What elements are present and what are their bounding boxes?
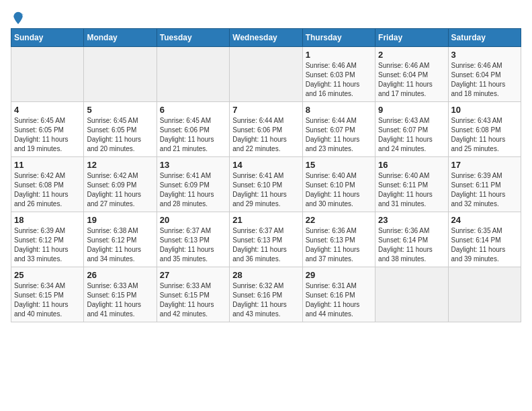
- day-info: Sunrise: 6:34 AMSunset: 6:15 PMDaylight:…: [14, 281, 81, 319]
- calendar-cell: [230, 47, 302, 102]
- calendar-cell: 14Sunrise: 6:41 AMSunset: 6:10 PMDayligh…: [230, 157, 302, 212]
- day-info: Sunrise: 6:45 AMSunset: 6:05 PMDaylight:…: [87, 116, 153, 154]
- calendar-cell: 20Sunrise: 6:37 AMSunset: 6:13 PMDayligh…: [157, 212, 229, 267]
- day-info: Sunrise: 6:45 AMSunset: 6:05 PMDaylight:…: [14, 116, 81, 154]
- day-info: Sunrise: 6:39 AMSunset: 6:12 PMDaylight:…: [14, 226, 81, 264]
- calendar-cell: [11, 47, 84, 102]
- logo: [11, 11, 26, 20]
- day-number: 20: [160, 215, 226, 225]
- day-info: Sunrise: 6:38 AMSunset: 6:12 PMDaylight:…: [87, 226, 153, 264]
- calendar-cell: 12Sunrise: 6:42 AMSunset: 6:09 PMDayligh…: [84, 157, 157, 212]
- day-number: 5: [87, 105, 153, 115]
- day-number: 16: [378, 160, 445, 170]
- day-number: 21: [232, 215, 299, 225]
- weekday-header-thursday: Thursday: [302, 29, 375, 47]
- calendar-header-row: SundayMondayTuesdayWednesdayThursdayFrid…: [11, 29, 521, 47]
- day-info: Sunrise: 6:35 AMSunset: 6:14 PMDaylight:…: [451, 226, 518, 264]
- day-number: 26: [87, 270, 153, 280]
- day-info: Sunrise: 6:39 AMSunset: 6:11 PMDaylight:…: [451, 171, 518, 209]
- calendar-cell: [84, 47, 157, 102]
- weekday-header-saturday: Saturday: [448, 29, 521, 47]
- day-number: 15: [306, 160, 372, 170]
- day-info: Sunrise: 6:44 AMSunset: 6:06 PMDaylight:…: [232, 116, 299, 154]
- day-number: 11: [14, 160, 81, 170]
- day-info: Sunrise: 6:46 AMSunset: 6:04 PMDaylight:…: [451, 61, 518, 99]
- calendar-week-5: 25Sunrise: 6:34 AMSunset: 6:15 PMDayligh…: [11, 267, 521, 322]
- day-info: Sunrise: 6:41 AMSunset: 6:10 PMDaylight:…: [232, 171, 299, 209]
- day-number: 13: [160, 160, 226, 170]
- day-info: Sunrise: 6:42 AMSunset: 6:09 PMDaylight:…: [87, 171, 153, 209]
- calendar-cell: 24Sunrise: 6:35 AMSunset: 6:14 PMDayligh…: [448, 212, 521, 267]
- day-number: 2: [378, 50, 445, 60]
- calendar-cell: 21Sunrise: 6:37 AMSunset: 6:13 PMDayligh…: [230, 212, 302, 267]
- day-info: Sunrise: 6:40 AMSunset: 6:10 PMDaylight:…: [306, 171, 372, 209]
- calendar-cell: 22Sunrise: 6:36 AMSunset: 6:13 PMDayligh…: [302, 212, 375, 267]
- calendar-cell: 10Sunrise: 6:43 AMSunset: 6:08 PMDayligh…: [448, 102, 521, 157]
- day-info: Sunrise: 6:46 AMSunset: 6:03 PMDaylight:…: [306, 61, 372, 99]
- calendar-cell: 29Sunrise: 6:31 AMSunset: 6:16 PMDayligh…: [302, 267, 375, 322]
- day-info: Sunrise: 6:43 AMSunset: 6:07 PMDaylight:…: [378, 116, 445, 154]
- day-info: Sunrise: 6:42 AMSunset: 6:08 PMDaylight:…: [14, 171, 81, 209]
- day-number: 10: [451, 105, 518, 115]
- day-number: 28: [232, 270, 299, 280]
- calendar-cell: 7Sunrise: 6:44 AMSunset: 6:06 PMDaylight…: [230, 102, 302, 157]
- calendar-cell: 23Sunrise: 6:36 AMSunset: 6:14 PMDayligh…: [375, 212, 448, 267]
- day-info: Sunrise: 6:33 AMSunset: 6:15 PMDaylight:…: [87, 281, 153, 319]
- day-number: 7: [232, 105, 299, 115]
- calendar-table: SundayMondayTuesdayWednesdayThursdayFrid…: [11, 28, 521, 322]
- day-number: 14: [232, 160, 299, 170]
- weekday-header-monday: Monday: [84, 29, 157, 47]
- day-number: 29: [306, 270, 372, 280]
- day-info: Sunrise: 6:37 AMSunset: 6:13 PMDaylight:…: [160, 226, 226, 264]
- calendar-week-4: 18Sunrise: 6:39 AMSunset: 6:12 PMDayligh…: [11, 212, 521, 267]
- day-number: 25: [14, 270, 81, 280]
- page-header: [11, 11, 521, 20]
- calendar-cell: [375, 267, 448, 322]
- day-number: 9: [378, 105, 445, 115]
- day-number: 19: [87, 215, 153, 225]
- calendar-week-2: 4Sunrise: 6:45 AMSunset: 6:05 PMDaylight…: [11, 102, 521, 157]
- calendar-cell: 6Sunrise: 6:45 AMSunset: 6:06 PMDaylight…: [157, 102, 229, 157]
- calendar-week-1: 1Sunrise: 6:46 AMSunset: 6:03 PMDaylight…: [11, 47, 521, 102]
- day-info: Sunrise: 6:41 AMSunset: 6:09 PMDaylight:…: [160, 171, 226, 209]
- calendar-cell: 27Sunrise: 6:33 AMSunset: 6:15 PMDayligh…: [157, 267, 229, 322]
- calendar-cell: 1Sunrise: 6:46 AMSunset: 6:03 PMDaylight…: [302, 47, 375, 102]
- day-info: Sunrise: 6:37 AMSunset: 6:13 PMDaylight:…: [232, 226, 299, 264]
- calendar-cell: 26Sunrise: 6:33 AMSunset: 6:15 PMDayligh…: [84, 267, 157, 322]
- day-number: 8: [306, 105, 372, 115]
- day-number: 24: [451, 215, 518, 225]
- calendar-cell: 2Sunrise: 6:46 AMSunset: 6:04 PMDaylight…: [375, 47, 448, 102]
- day-number: 18: [14, 215, 81, 225]
- calendar-cell: 13Sunrise: 6:41 AMSunset: 6:09 PMDayligh…: [157, 157, 229, 212]
- day-info: Sunrise: 6:33 AMSunset: 6:15 PMDaylight:…: [160, 281, 226, 319]
- day-number: 6: [160, 105, 226, 115]
- calendar-cell: 16Sunrise: 6:40 AMSunset: 6:11 PMDayligh…: [375, 157, 448, 212]
- day-info: Sunrise: 6:36 AMSunset: 6:13 PMDaylight:…: [306, 226, 372, 264]
- day-info: Sunrise: 6:36 AMSunset: 6:14 PMDaylight:…: [378, 226, 445, 264]
- day-info: Sunrise: 6:43 AMSunset: 6:08 PMDaylight:…: [451, 116, 518, 154]
- day-number: 3: [451, 50, 518, 60]
- calendar-cell: 9Sunrise: 6:43 AMSunset: 6:07 PMDaylight…: [375, 102, 448, 157]
- calendar-cell: [157, 47, 229, 102]
- calendar-cell: 25Sunrise: 6:34 AMSunset: 6:15 PMDayligh…: [11, 267, 84, 322]
- weekday-header-tuesday: Tuesday: [157, 29, 229, 47]
- weekday-header-wednesday: Wednesday: [230, 29, 302, 47]
- calendar-cell: 11Sunrise: 6:42 AMSunset: 6:08 PMDayligh…: [11, 157, 84, 212]
- day-number: 22: [306, 215, 372, 225]
- day-info: Sunrise: 6:31 AMSunset: 6:16 PMDaylight:…: [306, 281, 372, 319]
- weekday-header-friday: Friday: [375, 29, 448, 47]
- day-number: 4: [14, 105, 81, 115]
- calendar-cell: 3Sunrise: 6:46 AMSunset: 6:04 PMDaylight…: [448, 47, 521, 102]
- calendar-cell: 15Sunrise: 6:40 AMSunset: 6:10 PMDayligh…: [302, 157, 375, 212]
- weekday-header-sunday: Sunday: [11, 29, 84, 47]
- day-info: Sunrise: 6:40 AMSunset: 6:11 PMDaylight:…: [378, 171, 445, 209]
- calendar-cell: 18Sunrise: 6:39 AMSunset: 6:12 PMDayligh…: [11, 212, 84, 267]
- day-info: Sunrise: 6:44 AMSunset: 6:07 PMDaylight:…: [306, 116, 372, 154]
- calendar-cell: 5Sunrise: 6:45 AMSunset: 6:05 PMDaylight…: [84, 102, 157, 157]
- day-info: Sunrise: 6:32 AMSunset: 6:16 PMDaylight:…: [232, 281, 299, 319]
- day-info: Sunrise: 6:46 AMSunset: 6:04 PMDaylight:…: [378, 61, 445, 99]
- day-number: 17: [451, 160, 518, 170]
- calendar-cell: [448, 267, 521, 322]
- logo-icon: [11, 11, 25, 24]
- day-number: 12: [87, 160, 153, 170]
